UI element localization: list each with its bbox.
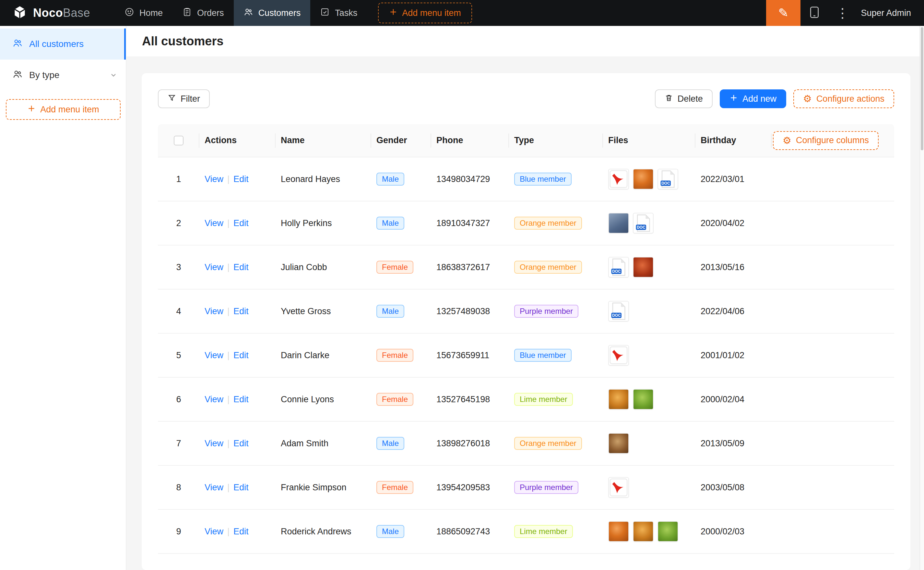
toolbar-right: Delete Add new ⚙ Configure actions [655,89,894,108]
gender-cell: Female [371,481,431,494]
svg-text:DOC: DOC [661,181,670,185]
view-link[interactable]: View [204,306,223,316]
gender-tag: Female [377,481,414,494]
view-link[interactable]: View [204,483,223,492]
ui-editor-button[interactable]: ✎ [766,0,801,26]
trash-icon [665,93,673,104]
image-thumbnail[interactable] [633,521,653,542]
birthday-cell: 2003/05/08 [695,483,772,493]
pencil-icon: ✎ [778,6,789,20]
edit-link[interactable]: Edit [234,218,249,228]
filter-label: Filter [181,94,200,104]
image-thumbnail[interactable] [633,389,653,410]
add-new-button[interactable]: Add new [720,89,786,108]
gender-cell: Male [371,437,431,450]
phone-cell: 18638372617 [431,262,509,272]
doc-file-icon[interactable]: DOC [658,169,678,190]
view-link[interactable]: View [204,527,223,536]
phone-cell: 13954209583 [431,483,509,493]
type-cell: Lime member [509,393,603,406]
view-link[interactable]: View [204,262,223,272]
tasks-icon [320,7,330,19]
row-actions: View|Edit [199,306,275,316]
edit-link[interactable]: Edit [234,483,249,492]
customer-name: Leonard Hayes [275,174,371,184]
configure-columns-button[interactable]: ⚙ Configure columns [773,131,879,150]
brand-logo[interactable]: NocoBase [0,4,102,22]
sidebar-item-all-customers[interactable]: All customers [0,29,126,60]
doc-file-icon[interactable]: DOC [608,257,629,277]
row-index: 4 [158,306,199,316]
image-thumbnail[interactable] [633,169,653,190]
image-thumbnail[interactable] [608,389,629,410]
customer-name: Yvette Gross [275,306,371,316]
sidebar-item-by-type[interactable]: By type [0,60,126,91]
files-cell: DOC [603,213,695,233]
doc-file-icon[interactable]: DOC [633,213,653,233]
page-scrollbar[interactable] [919,26,924,570]
pdf-file-icon[interactable] [608,477,629,498]
view-link[interactable]: View [204,218,223,228]
nocobase-logo-icon [12,4,28,22]
sidebar: All customers By type Add menu item [0,26,126,570]
app-window: NocoBase Home Orders Customers Tasks Add [0,0,924,570]
configure-actions-button[interactable]: ⚙ Configure actions [793,89,894,108]
scrollbar-thumb[interactable] [921,27,923,150]
edit-link[interactable]: Edit [234,351,249,360]
chevron-down-icon [109,71,117,79]
page-body: Filter Delete Add new [126,56,924,570]
edit-link[interactable]: Edit [234,174,249,184]
birthday-cell: 2000/02/04 [695,394,772,405]
filter-button[interactable]: Filter [158,89,210,108]
user-menu[interactable]: Super Admin [856,8,924,18]
header-add-menu-item-button[interactable]: Add menu item [378,3,472,23]
plus-icon [27,104,36,115]
birthday-cell: 2022/04/06 [695,306,772,316]
add-menu-item-label: Add menu item [40,104,99,115]
add-menu-item-label: Add menu item [402,8,461,18]
edit-link[interactable]: Edit [234,394,249,404]
sidebar-item-label: All customers [29,39,84,49]
nav-item-orders[interactable]: Orders [172,0,234,26]
view-link[interactable]: View [204,351,223,360]
edit-link[interactable]: Edit [234,438,249,448]
doc-file-icon[interactable]: DOC [608,301,629,322]
gear-icon: ⚙ [783,136,792,146]
edit-link[interactable]: Edit [234,527,249,536]
type-cell: Orange member [509,437,603,450]
phone-cell: 15673659911 [431,351,509,360]
member-type-tag: Lime member [514,525,573,538]
view-link[interactable]: View [204,174,223,184]
configure-actions-label: Configure actions [816,94,884,104]
header-right: ✎ ⋮ Super Admin [766,0,924,26]
view-link[interactable]: View [204,438,223,448]
more-options-button[interactable]: ⋮ [829,0,856,26]
view-link[interactable]: View [204,394,223,404]
phone-cell: 13498034729 [431,174,509,184]
nav-item-customers[interactable]: Customers [234,0,311,26]
nav-item-tasks[interactable]: Tasks [310,0,367,26]
nav-item-home[interactable]: Home [115,0,172,26]
select-all-checkbox[interactable] [174,136,183,146]
image-thumbnail[interactable] [608,213,629,233]
edit-link[interactable]: Edit [234,306,249,316]
nav-label: Customers [258,8,301,18]
type-cell: Purple member [509,305,603,318]
column-header-gender: Gender [371,135,431,146]
pdf-file-icon[interactable] [608,169,629,190]
image-thumbnail[interactable] [608,433,629,454]
image-thumbnail[interactable] [658,521,678,542]
image-thumbnail[interactable] [608,521,629,542]
configure-columns-label: Configure columns [796,135,869,146]
image-thumbnail[interactable] [633,257,653,277]
customer-name: Darin Clarke [275,351,371,360]
edit-link[interactable]: Edit [234,262,249,272]
table-header-row: Actions Name Gender Phone Type Files Bir… [158,124,894,158]
sidebar-add-menu-item-button[interactable]: Add menu item [6,99,121,120]
pdf-file-icon[interactable] [608,345,629,366]
customer-name: Frankie Simpson [275,483,371,493]
row-index: 7 [158,438,199,449]
mobile-preview-button[interactable] [801,0,829,26]
action-separator: | [227,438,229,448]
delete-button[interactable]: Delete [655,89,713,108]
